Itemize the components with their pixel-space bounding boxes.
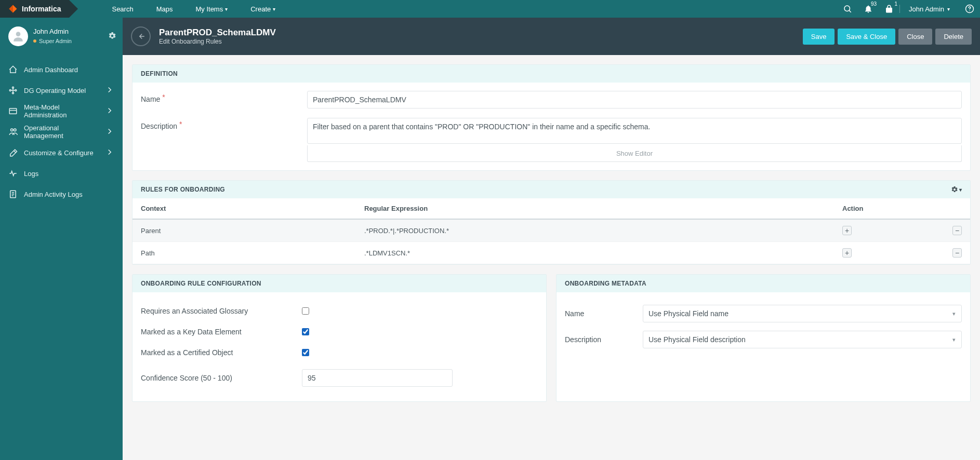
svg-point-8: [12, 87, 14, 88]
meta-desc-label: Description: [565, 335, 643, 344]
sidebar-item-dg-model[interactable]: DG Operating Model: [0, 80, 123, 101]
glossary-checkbox[interactable]: [302, 307, 309, 315]
user-name: John Admin: [909, 5, 944, 13]
glossary-label: Requires an Associated Glossary: [141, 307, 302, 315]
page-header: John Admin Super Admin ParentPROD_Schema…: [0, 18, 980, 55]
page-title: ParentPROD_SchemaLDMV: [159, 28, 276, 38]
sidebar-item-dashboard[interactable]: Admin Dashboard: [0, 59, 123, 80]
svg-point-6: [16, 32, 21, 36]
user-menu[interactable]: John Admin ▾: [899, 0, 959, 18]
sidebar-item-label: Logs: [24, 170, 38, 178]
confidence-input[interactable]: [302, 369, 453, 387]
brand-text: Informatica: [22, 5, 61, 13]
svg-rect-11: [9, 109, 17, 114]
chevron-right-icon: [105, 127, 114, 138]
nav-search[interactable]: Search: [100, 0, 144, 18]
chevron-down-icon: ▾: [947, 6, 950, 12]
sidebar-item-ops-mgmt[interactable]: Operational Management: [0, 121, 123, 142]
brand-logo[interactable]: Informatica: [0, 0, 69, 18]
meta-name-select[interactable]: [643, 305, 962, 322]
page-subtitle: Edit Onboarding Rules: [159, 38, 276, 45]
col-context: Context: [141, 205, 364, 212]
sidebar-item-activity-logs[interactable]: Admin Activity Logs: [0, 184, 123, 205]
sidebar-item-label: Customize & Configure: [24, 149, 94, 157]
config-panel: ONBOARDING RULE CONFIGURATION Requires a…: [132, 274, 547, 402]
rules-heading: RULES FOR ONBOARDING: [141, 186, 225, 193]
name-input[interactable]: [307, 91, 962, 109]
save-close-button[interactable]: Save & Close: [838, 29, 895, 45]
name-label: Name *: [141, 91, 307, 103]
top-nav-bar: Informatica Search Maps My Items ▾ Creat…: [0, 0, 980, 18]
kde-checkbox[interactable]: [302, 328, 309, 335]
rule-context: Path: [141, 249, 364, 257]
metadata-panel: ONBOARDING METADATA Name Description: [556, 274, 971, 402]
remove-rule-button[interactable]: −: [952, 226, 962, 235]
sidebar-item-logs[interactable]: Logs: [0, 163, 123, 184]
sidebar-user-role: Super Admin: [33, 37, 103, 45]
col-action: Action: [842, 205, 941, 212]
content-area: DEFINITION Name * Description * Filter b…: [123, 55, 980, 460]
close-button[interactable]: Close: [898, 29, 932, 45]
rule-regex: .*PROD.*|.*PRODUCTION.*: [364, 227, 842, 235]
top-search-icon[interactable]: [837, 0, 858, 18]
lock-icon[interactable]: 1: [879, 0, 899, 18]
brand-icon: [8, 4, 18, 13]
metadata-heading: ONBOARDING METADATA: [557, 275, 970, 292]
sidebar-item-customize[interactable]: Customize & Configure: [0, 142, 123, 163]
delete-button[interactable]: Delete: [935, 29, 972, 45]
nav-create[interactable]: Create ▾: [239, 0, 287, 18]
svg-point-13: [11, 129, 14, 131]
chevron-down-icon: ▾: [225, 6, 228, 12]
nav-my-items[interactable]: My Items ▾: [184, 0, 239, 18]
sidebar-item-meta-model[interactable]: Meta-Model Administration: [0, 101, 123, 121]
sidebar-item-label: Admin Activity Logs: [24, 191, 83, 198]
nav-maps[interactable]: Maps: [145, 0, 184, 18]
kde-label: Marked as a Key Data Element: [141, 328, 302, 336]
certified-label: Marked as a Certified Object: [141, 348, 302, 357]
svg-point-10: [12, 92, 14, 94]
show-editor-link[interactable]: Show Editor: [307, 145, 962, 162]
rules-settings-dropdown[interactable]: ▾: [951, 186, 962, 193]
table-row: Parent.*PROD.*|.*PRODUCTION.*+−: [133, 220, 970, 242]
add-rule-button[interactable]: +: [842, 248, 852, 258]
notifications-icon[interactable]: 93: [858, 0, 879, 18]
sidebar-nav: Admin DashboardDG Operating ModelMeta-Mo…: [0, 55, 123, 460]
chevron-down-icon: ▾: [959, 187, 962, 193]
avatar: [8, 26, 28, 46]
sidebar-user-name: John Admin: [33, 28, 103, 36]
help-icon[interactable]: [959, 0, 980, 18]
svg-point-9: [15, 90, 17, 91]
lock-badge: 1: [895, 1, 898, 7]
sidebar-item-label: Operational Management: [24, 124, 99, 140]
svg-point-2: [844, 6, 850, 11]
save-button[interactable]: Save: [803, 29, 835, 45]
chevron-down-icon: ▾: [273, 6, 275, 12]
certified-checkbox[interactable]: [302, 349, 309, 356]
notifications-badge: 93: [871, 1, 877, 7]
chevron-right-icon: [105, 147, 114, 158]
back-button[interactable]: [131, 26, 151, 46]
sidebar-user-block: John Admin Super Admin: [0, 18, 123, 55]
rules-panel: RULES FOR ONBOARDING ▾ ContextRegular Ex…: [132, 180, 971, 265]
svg-point-7: [9, 90, 11, 91]
svg-marker-1: [9, 5, 14, 13]
config-heading: ONBOARDING RULE CONFIGURATION: [133, 275, 546, 292]
svg-line-3: [849, 10, 851, 12]
confidence-label: Confidence Score (50 - 100): [141, 374, 302, 382]
rule-context: Parent: [141, 227, 364, 235]
definition-panel: DEFINITION Name * Description * Filter b…: [132, 64, 971, 171]
table-row: Path.*LDMV1SCN.*+−: [133, 242, 970, 264]
chevron-right-icon: [105, 106, 114, 117]
chevron-right-icon: [105, 85, 114, 96]
user-settings-gear-icon[interactable]: [108, 32, 116, 42]
description-label: Description *: [141, 118, 307, 130]
meta-desc-select[interactable]: [643, 331, 962, 348]
rule-regex: .*LDMV1SCN.*: [364, 249, 842, 257]
remove-rule-button[interactable]: −: [952, 248, 962, 258]
description-textarea[interactable]: Filter based on a parent that contains "…: [307, 118, 962, 144]
definition-heading: DEFINITION: [133, 65, 970, 83]
svg-point-14: [14, 129, 17, 131]
col-regex: Regular Expression: [364, 205, 842, 212]
sidebar-item-label: Admin Dashboard: [24, 66, 78, 74]
add-rule-button[interactable]: +: [842, 226, 852, 235]
